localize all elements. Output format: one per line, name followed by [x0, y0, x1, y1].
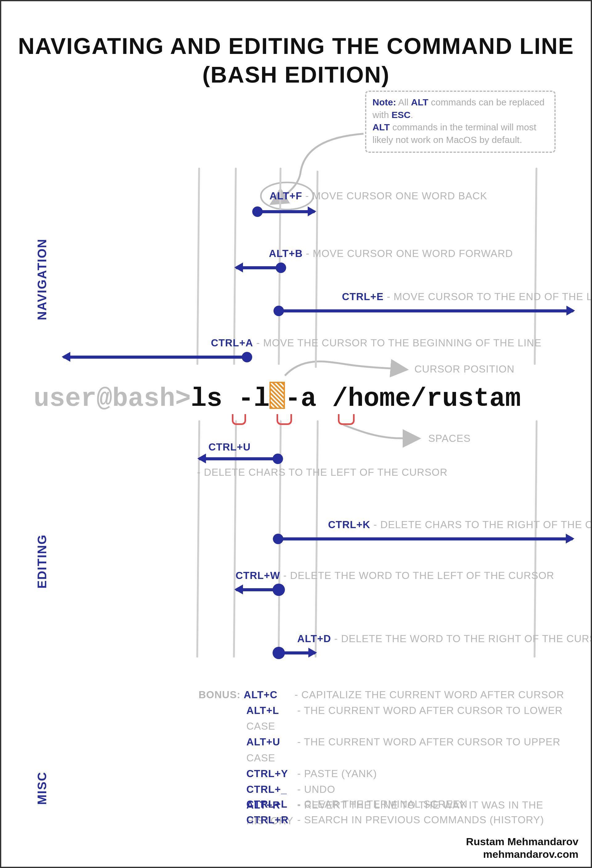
bonus-desc: - CAPITALIZE THE CURRENT WORD AFTER CURS… [295, 689, 564, 700]
note-text2: commands in the terminal will most likel… [373, 122, 536, 145]
arrow-alt-b [235, 266, 282, 269]
note-box: Note: All ALT commands can be replaced w… [365, 91, 556, 153]
shortcut-ctrl-a: CTRL+A - MOVE THE CURSOR TO THE BEGINNIN… [211, 337, 542, 349]
annotation-spaces: SPACES [428, 433, 471, 444]
shortcut-desc: - MOVE CURSOR ONE WORD BACK [305, 190, 487, 202]
category-editing: EDITING [35, 534, 49, 589]
shortcut-desc: - MOVE CURSOR TO THE END OF THE LINE [387, 291, 592, 302]
shortcut-ctrl-k: CTRL+K - DELETE CHARS TO THE RIGHT OF TH… [328, 519, 592, 531]
misc-desc: - SEARCH IN PREVIOUS COMMANDS (HISTORY) [297, 814, 544, 825]
bonus-key: ALT+C [244, 687, 295, 703]
bonus-row: CTRL+Y- PASTE (YANK) [198, 766, 591, 781]
cursor-icon [269, 382, 285, 409]
command-part2: -a /home/rustam [285, 384, 521, 414]
shortcut-desc: - DELETE CHARS TO THE RIGHT OF THE CURSO… [373, 519, 592, 530]
shortcut-ctrl-e: CTRL+E - MOVE CURSOR TO THE END OF THE L… [342, 291, 592, 303]
bonus-desc: - UNDO [297, 784, 335, 795]
note-kw-alt2: ALT [373, 122, 390, 132]
shortcut-desc: - MOVE CURSOR ONE WORD FORWARD [306, 248, 513, 259]
shortcut-desc: - DELETE THE WORD TO THE LEFT OF THE CUR… [283, 570, 554, 581]
note-kw-alt: ALT [411, 97, 428, 107]
misc-row: CTRL+R- SEARCH IN PREVIOUS COMMANDS (HIS… [246, 812, 544, 828]
bracket-space [277, 414, 292, 425]
note-text: . [410, 110, 413, 120]
misc-list: CTRL+L- CLEAR THE TERMINAL SCREEN CTRL+R… [246, 796, 544, 828]
shortcut-key: CTRL+A [211, 337, 253, 348]
shortcut-alt-d: ALT+D - DELETE THE WORD TO THE RIGHT OF … [297, 633, 592, 645]
shortcut-desc: - DELETE THE WORD TO THE RIGHT OF THE CU… [334, 633, 592, 644]
shortcut-desc: - DELETE CHARS TO THE LEFT OF THE CURSOR [197, 466, 448, 478]
bonus-key: ALT+L [246, 703, 297, 718]
bracket-space [338, 414, 355, 425]
bonus-row: ALT+U- THE CURRENT WORD AFTER CURSOR TO … [198, 734, 591, 765]
note-label: Note: [373, 97, 396, 107]
arrow-ctrl-w [235, 588, 279, 591]
shortcut-key: ALT+F [269, 190, 302, 202]
arrow-ctrl-a [63, 356, 248, 359]
bonus-label: BONUS: [198, 689, 244, 700]
misc-row: CTRL+L- CLEAR THE TERMINAL SCREEN [246, 796, 544, 812]
category-navigation: NAVIGATION [35, 239, 49, 320]
shortcut-key: CTRL+K [328, 519, 370, 530]
bonus-row: ALT+L- THE CURRENT WORD AFTER CURSOR TO … [198, 703, 591, 734]
misc-desc: - CLEAR THE TERMINAL SCREEN [297, 799, 468, 810]
bracket-space [232, 414, 246, 425]
misc-key: CTRL+L [246, 796, 297, 812]
arrow-ctrl-e [278, 309, 574, 313]
category-misc: MISC [35, 772, 49, 805]
shortcut-key: CTRL+E [342, 291, 383, 302]
annotation-cursor: CURSOR POSITION [414, 363, 515, 375]
misc-key: CTRL+R [246, 812, 297, 828]
shortcut-desc: - MOVE THE CURSOR TO THE BEGINNING OF TH… [256, 337, 542, 348]
shortcut-alt-f: ALT+F - MOVE CURSOR ONE WORD BACK [269, 190, 487, 202]
title-line2: (BASH EDITION) [202, 62, 390, 87]
shortcut-key: ALT+D [297, 633, 331, 644]
credits: Rustam Mehmandarov mehmandarov.com [466, 836, 579, 861]
bonus-key: CTRL+_ [246, 781, 297, 797]
command-line-example: user@bash>ls -l-a /home/rustam [34, 379, 521, 414]
shortcut-key: CTRL+U [209, 441, 251, 453]
arrow-ctrl-k [277, 537, 573, 540]
shortcut-ctrl-u: CTRL+U [209, 441, 251, 453]
shortcut-key: ALT+B [269, 248, 303, 259]
title-line1: NAVIGATING AND EDITING THE COMMAND LINE [18, 33, 574, 59]
arrow-alt-d [279, 651, 316, 654]
credits-author: Rustam Mehmandarov [466, 836, 579, 848]
credits-site: mehmandarov.com [466, 848, 579, 861]
bonus-desc: - PASTE (YANK) [297, 768, 377, 779]
guide-line [197, 168, 200, 365]
bonus-row: CTRL+_- UNDO [198, 781, 591, 797]
command-part1: ls -l [191, 384, 269, 414]
arrow-alt-f [256, 210, 315, 213]
guide-line [233, 420, 237, 658]
prompt-text: user@bash> [34, 384, 191, 414]
shortcut-ctrl-w: CTRL+W - DELETE THE WORD TO THE LEFT OF … [235, 570, 554, 582]
shortcut-alt-b: ALT+B - MOVE CURSOR ONE WORD FORWARD [269, 248, 513, 260]
shortcut-key: CTRL+W [235, 570, 280, 581]
diagram-page: NAVIGATING AND EDITING THE COMMAND LINE … [0, 0, 592, 868]
note-text: All [396, 97, 411, 107]
bonus-key: CTRL+Y [246, 766, 297, 781]
arrow-ctrl-u [198, 457, 279, 461]
bonus-key: ALT+U [246, 734, 297, 750]
note-kw-esc: ESC [392, 110, 411, 120]
bonus-row: BONUS: ALT+C- CAPITALIZE THE CURRENT WOR… [198, 687, 591, 703]
shortcut-ctrl-u-desc: - DELETE CHARS TO THE LEFT OF THE CURSOR [197, 466, 448, 478]
guide-line [534, 168, 537, 365]
page-title: NAVIGATING AND EDITING THE COMMAND LINE … [1, 32, 591, 89]
